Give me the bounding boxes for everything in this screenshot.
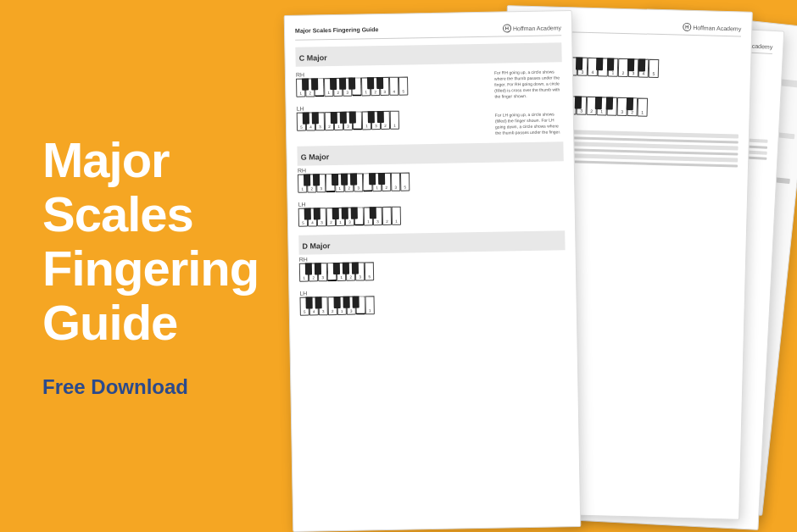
main-title: Major Scales Fingering Guide (42, 133, 280, 349)
g-major-label: G Major (301, 148, 560, 161)
papers-section: 4 3 2 1 RH 5 1 (271, 0, 797, 532)
papers-container: 4 3 2 1 RH 5 1 (271, 0, 797, 532)
free-download-label: Free Download (42, 375, 280, 399)
main-paper-title: Major Scales Fingering Guide (295, 26, 379, 34)
desc-rh: For RH going up, a circle shows where th… (494, 69, 563, 99)
main-logo: Hoffman Academy (513, 25, 561, 31)
c-major-label: C Major (299, 49, 559, 62)
d-major-label: D Major (302, 237, 561, 250)
desc-lh: For LH going up, a circle shows (filled)… (495, 111, 563, 136)
front-right-logo: Hoffman Academy (693, 25, 741, 31)
paper-main: Major Scales Fingering Guide H Hoffman A… (284, 10, 582, 532)
